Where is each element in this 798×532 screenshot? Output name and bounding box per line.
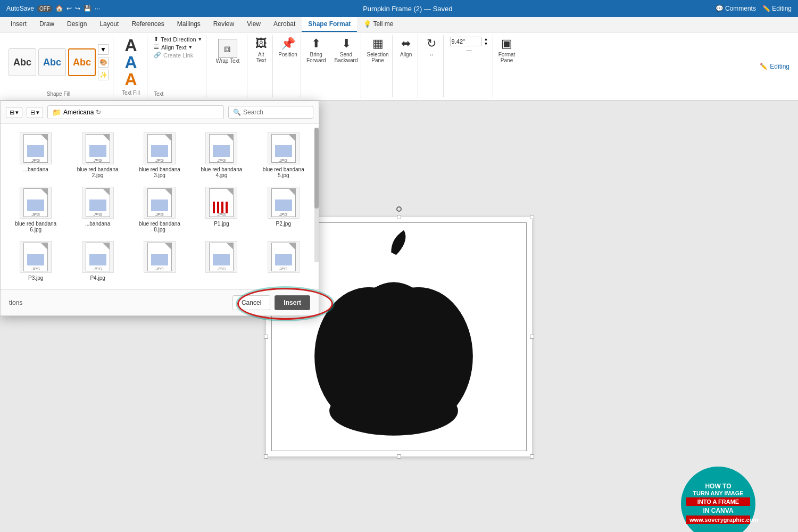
- bring-forward-btn[interactable]: ⬆ BringForward: [303, 35, 329, 98]
- tab-layout[interactable]: Layout: [93, 17, 125, 32]
- size-input-row: ▲ ▼: [450, 37, 488, 46]
- file-item-6[interactable]: JPG: [131, 239, 188, 283]
- text-fill-a-orange: A: [124, 71, 137, 88]
- text-fill-label: Text Fill: [122, 88, 140, 96]
- rotate-handle[interactable]: [396, 206, 402, 212]
- text-fill-a-blue: A: [124, 54, 137, 71]
- alt-text-btn[interactable]: 🖼 AltText: [250, 35, 273, 98]
- send-backward-btn[interactable]: ⬇ SendBackward: [331, 35, 362, 98]
- position-icon: 📌: [281, 37, 295, 51]
- handle-top-right[interactable]: [530, 215, 534, 219]
- shape-effects-btn[interactable]: ✨: [98, 70, 109, 80]
- tab-view[interactable]: View: [240, 17, 267, 32]
- grid-view-btn[interactable]: ⊟ ▾: [27, 107, 43, 118]
- rotate-btn[interactable]: ↻ ↔: [420, 35, 444, 98]
- search-box: 🔍: [228, 106, 313, 119]
- shape-style-2[interactable]: Abc: [38, 48, 66, 76]
- home-icon[interactable]: 🏠: [55, 5, 63, 12]
- search-icon: 🔍: [233, 109, 241, 116]
- tab-draw[interactable]: Draw: [33, 17, 61, 32]
- undo-icon[interactable]: ↩: [66, 5, 72, 12]
- file-name-3: blue red bandana 5.jpg: [262, 167, 305, 178]
- handle-mid-left[interactable]: [264, 335, 268, 339]
- tab-shape-format[interactable]: Shape Format: [302, 17, 357, 32]
- text-direction-btn[interactable]: ⬆ Text Direction ▾: [154, 36, 202, 43]
- file-item-p1[interactable]: JPG P1.jpg: [193, 185, 250, 235]
- height-down[interactable]: ▼: [484, 41, 488, 46]
- watermark-line5: www.soverygraphic.com: [686, 516, 750, 524]
- main-area: ⊞ ▾ ⊟ ▾ 📁 Americana ↻ 🔍: [0, 101, 798, 532]
- handle-bottom-center[interactable]: [397, 454, 401, 459]
- file-item-8[interactable]: JPG: [255, 239, 312, 283]
- shape-fill-btn[interactable]: 🎨: [98, 57, 109, 68]
- shape-styles-more[interactable]: ▼: [98, 44, 109, 55]
- file-item-1[interactable]: JPG blue red bandana 3.jpg: [131, 130, 188, 180]
- ribbon-tabs: Insert Draw Design Layout References Mai…: [0, 17, 798, 32]
- wrap-text-btn[interactable]: ⧈ Wrap Text: [213, 37, 243, 66]
- handle-mid-right[interactable]: [530, 335, 534, 339]
- file-item-p2[interactable]: JPG P2.jpg: [255, 185, 312, 235]
- sync-icon[interactable]: ↻: [96, 109, 101, 116]
- tab-review[interactable]: Review: [207, 17, 240, 32]
- file-thumb-p3: JPG: [20, 241, 52, 273]
- tab-design[interactable]: Design: [61, 17, 93, 32]
- shape-style-3[interactable]: Abc: [68, 48, 96, 76]
- file-name-p3: P3.jpg: [28, 275, 43, 281]
- size-spinners: ▲ ▼: [484, 37, 488, 46]
- file-name-4: blue red bandana 6.jpg: [14, 221, 57, 232]
- file-name-partial: ...bandana: [23, 167, 48, 172]
- shape-style-1[interactable]: Abc: [9, 48, 36, 76]
- file-thumb-partial: JPG: [20, 132, 52, 164]
- format-pane-icon: ▣: [501, 37, 512, 51]
- file-name-p1: P1.jpg: [214, 221, 229, 227]
- file-name-5: blue red bandana 8.jpg: [138, 221, 181, 232]
- position-btn[interactable]: 📌 Position: [275, 35, 301, 98]
- handle-bottom-right[interactable]: [530, 454, 534, 459]
- file-item-partial2[interactable]: JPG ...bandana: [69, 185, 126, 235]
- comments-btn[interactable]: 💬 Comments: [716, 5, 756, 12]
- insert-button[interactable]: Insert: [275, 295, 310, 310]
- tab-references[interactable]: References: [125, 17, 170, 32]
- handle-top-center[interactable]: [397, 215, 401, 219]
- redo-icon[interactable]: ↪: [75, 5, 80, 12]
- search-input[interactable]: [243, 109, 309, 116]
- file-item-0[interactable]: JPG blue red bandana 2.jpg: [69, 130, 126, 180]
- file-thumb-4: JPG: [20, 187, 52, 219]
- file-item-4[interactable]: JPG blue red bandana 6.jpg: [7, 185, 64, 235]
- file-item-p4[interactable]: JPG P4.jpg: [69, 239, 126, 283]
- tab-insert[interactable]: Insert: [4, 17, 33, 32]
- align-btn[interactable]: ⬌ Align: [395, 35, 418, 98]
- file-item-2[interactable]: JPG blue red bandana 4.jpg: [193, 130, 250, 180]
- format-pane-btn[interactable]: ▣ FormatPane: [495, 35, 519, 98]
- file-item-5[interactable]: JPG blue red bandana 8.jpg: [131, 185, 188, 235]
- height-input[interactable]: [450, 37, 482, 46]
- file-name-partial2: ...bandana: [85, 221, 110, 227]
- tab-acrobat[interactable]: Acrobat: [267, 17, 302, 32]
- save-icon[interactable]: 💾: [84, 5, 92, 12]
- tab-mailings[interactable]: Mailings: [171, 17, 207, 32]
- cancel-button[interactable]: Cancel: [232, 295, 270, 310]
- editing-btn[interactable]: ✏️ Editing: [762, 5, 792, 12]
- file-item-p3[interactable]: JPG P3.jpg: [7, 239, 64, 283]
- scrollbar-thumb[interactable]: [314, 128, 319, 209]
- selection-pane-icon: ▦: [372, 37, 384, 51]
- file-item-7[interactable]: JPG: [193, 239, 250, 283]
- autosave-toggle[interactable]: OFF: [37, 5, 52, 12]
- folder-name: Americana: [63, 109, 94, 116]
- more-icon[interactable]: ···: [95, 5, 100, 12]
- file-item-partial[interactable]: JPG ...bandana: [7, 130, 64, 180]
- watermark-line2: TURN ANY IMAGE: [693, 490, 743, 496]
- selection-pane-btn[interactable]: ▦ SelectionPane: [363, 35, 392, 98]
- list-view-btn[interactable]: ⊞ ▾: [6, 107, 22, 118]
- ribbon: Insert Draw Design Layout References Mai…: [0, 17, 798, 101]
- svg-point-3: [329, 386, 458, 436]
- handle-bottom-left[interactable]: [264, 454, 268, 459]
- align-text-btn[interactable]: ☰ Align Text ▾: [154, 44, 202, 51]
- file-thumb-6: JPG: [144, 241, 176, 273]
- file-item-3[interactable]: JPG blue red bandana 5.jpg: [255, 130, 312, 180]
- height-up[interactable]: ▲: [484, 37, 488, 41]
- editing-mode-btn[interactable]: ✏️ Editing: [755, 61, 794, 72]
- watermark-line3: INTO A FRAME: [686, 497, 750, 506]
- tab-tell-me[interactable]: 💡 Tell me: [357, 17, 400, 32]
- create-link-btn[interactable]: 🔗 Create Link: [154, 52, 202, 59]
